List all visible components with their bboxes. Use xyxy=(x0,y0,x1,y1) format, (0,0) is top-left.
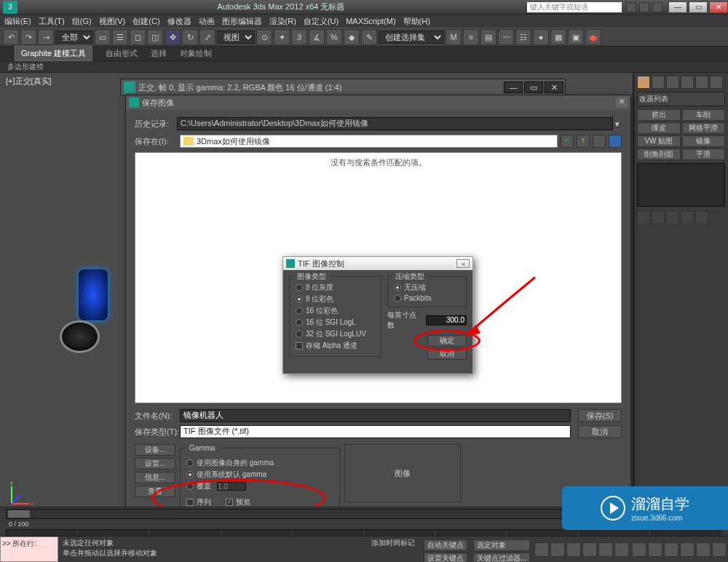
views-icon[interactable] xyxy=(609,135,622,148)
pivot-icon[interactable]: ⊙ xyxy=(256,29,272,45)
render-icon[interactable]: 🫖 xyxy=(585,29,601,45)
render-frame-icon[interactable]: ▣ xyxy=(568,29,584,45)
tif-dialog-titlebar[interactable]: TIF 图像控制 ⨉ xyxy=(283,257,472,270)
pan-icon[interactable] xyxy=(632,542,646,557)
ribbon-sub[interactable]: 多边形建模 xyxy=(0,61,728,73)
modifier-stack[interactable] xyxy=(637,163,725,207)
btn-mirror[interactable]: 镜像 xyxy=(682,135,726,147)
type-sgilogluv-radio[interactable] xyxy=(296,331,303,338)
render-max-button[interactable]: ▭ xyxy=(524,82,543,93)
key-filter-button[interactable]: 关键点过滤器... xyxy=(473,553,530,562)
tab-create-icon[interactable] xyxy=(637,76,650,89)
maximize-viewport-icon[interactable] xyxy=(712,542,727,557)
type-16color-radio[interactable] xyxy=(296,307,303,314)
filename-input[interactable]: 镜像机器人 xyxy=(180,409,571,422)
link-icon[interactable]: ⇢ xyxy=(38,29,54,45)
star-icon[interactable] xyxy=(639,2,649,12)
menu-animation[interactable]: 动画 xyxy=(199,16,215,27)
play-icon[interactable] xyxy=(566,542,581,557)
stack-remove-icon[interactable] xyxy=(681,211,694,224)
zoom-icon[interactable] xyxy=(648,542,662,557)
select-name-icon[interactable]: ☰ xyxy=(112,29,128,45)
stack-unique-icon[interactable] xyxy=(666,211,679,224)
menu-modifiers[interactable]: 修改器 xyxy=(167,16,191,27)
btn-bevel[interactable]: 削角剖面 xyxy=(637,149,681,160)
snap-icon[interactable]: 3 xyxy=(291,29,307,45)
close-button[interactable]: ✕ xyxy=(709,1,728,13)
ribbon-freeform[interactable]: 自由形式 xyxy=(106,48,138,59)
auto-key-button[interactable]: 自动关键点 xyxy=(424,539,467,551)
menu-group[interactable]: 组(G) xyxy=(72,16,92,27)
percent-snap-icon[interactable]: % xyxy=(326,29,342,45)
menu-render[interactable]: 渲染(R) xyxy=(269,16,296,27)
render-min-button[interactable]: — xyxy=(504,82,523,93)
back-icon[interactable]: ← xyxy=(561,135,574,148)
mirror-icon[interactable]: M xyxy=(446,29,462,45)
btn-lathe[interactable]: 车削 xyxy=(682,109,726,121)
menu-help[interactable]: 帮助(H) xyxy=(403,16,430,27)
alpha-checkbox[interactable] xyxy=(296,342,303,349)
save-dialog-titlebar[interactable]: 保存图像 ✕ xyxy=(126,95,630,110)
history-field[interactable]: C:\Users\Administrator\Desktop\3Dmax如何使用… xyxy=(177,117,613,130)
fov-icon[interactable] xyxy=(680,542,695,557)
btn-meshsmooth[interactable]: 网格平滑 xyxy=(682,122,726,134)
rendered-frame-window[interactable]: 正交, 帧 0, 显示 gamma: 2.2, RGBA 颜色 16 位/通道 … xyxy=(120,79,566,96)
time-slider-thumb[interactable] xyxy=(8,510,30,518)
goto-start-icon[interactable] xyxy=(534,542,549,557)
cancel-button[interactable]: 取消 xyxy=(578,425,622,438)
type-8gray-radio[interactable] xyxy=(296,284,303,291)
menu-create[interactable]: 创建(C) xyxy=(132,16,159,27)
ribbon-select[interactable]: 选择 xyxy=(151,48,167,59)
dpi-input[interactable]: 300.0 xyxy=(426,315,467,325)
goto-end-icon[interactable] xyxy=(598,542,613,557)
move-icon[interactable]: ✥ xyxy=(165,29,181,45)
view-button[interactable]: 查看 xyxy=(135,486,175,497)
undo-icon[interactable]: ↶ xyxy=(3,29,19,45)
save-dialog-close-button[interactable]: ✕ xyxy=(616,98,628,108)
tif-ok-button[interactable]: 确定 xyxy=(427,335,467,347)
info-icon[interactable] xyxy=(652,2,662,12)
stack-config-icon[interactable] xyxy=(695,211,708,224)
settings-button[interactable]: 设置... xyxy=(135,458,175,470)
modifier-list[interactable]: 改器列表 xyxy=(637,92,725,106)
filetype-select[interactable]: TIF 图像文件 (*.tif) xyxy=(180,425,571,438)
window-crossing-icon[interactable]: ◫ xyxy=(147,29,163,45)
ribbon-tab-graphite[interactable]: Graphite 建模工具 xyxy=(15,46,92,61)
search-input[interactable]: 键入关键字或短语 xyxy=(527,2,622,12)
selected-button[interactable]: 选定对象 xyxy=(473,539,530,551)
zoom-extents-icon[interactable] xyxy=(664,542,678,557)
rect-select-icon[interactable]: ◻ xyxy=(130,29,146,45)
minimize-button[interactable]: — xyxy=(668,1,687,13)
gamma-radio-system[interactable] xyxy=(186,471,194,478)
tab-display-icon[interactable] xyxy=(695,76,708,89)
save-button[interactable]: 保存(S) xyxy=(578,409,622,422)
tab-motion-icon[interactable] xyxy=(681,76,694,89)
newfolder-icon[interactable] xyxy=(593,135,606,148)
spinner-snap-icon[interactable]: ◆ xyxy=(344,29,360,45)
curve-editor-icon[interactable]: 〰 xyxy=(498,29,514,45)
gamma-override-value[interactable] xyxy=(217,482,246,491)
set-key-button[interactable]: 设置关键点 xyxy=(424,553,467,562)
type-8color-radio[interactable] xyxy=(296,296,303,303)
tif-close-button[interactable]: ⨉ xyxy=(456,259,470,268)
orbit-icon[interactable] xyxy=(696,542,711,557)
info-button[interactable]: 信息... xyxy=(135,472,175,483)
menu-edit[interactable]: 编辑(E) xyxy=(4,16,31,27)
tab-utilities-icon[interactable] xyxy=(710,76,723,89)
up-icon[interactable]: ↑ xyxy=(577,135,590,148)
filter-select[interactable]: 全部 xyxy=(55,31,93,44)
add-time-tag[interactable]: 添加时间标记 xyxy=(371,539,415,547)
type-sgilogl-radio[interactable] xyxy=(296,319,303,326)
preview-checkbox[interactable] xyxy=(226,499,233,506)
menu-view[interactable]: 视图(V) xyxy=(99,16,126,27)
menu-maxscript[interactable]: MAXScript(M) xyxy=(346,17,395,25)
rotate-icon[interactable]: ↻ xyxy=(182,29,198,45)
gamma-radio-own[interactable] xyxy=(186,459,194,467)
menu-tools[interactable]: 工具(T) xyxy=(39,16,65,27)
btn-skin[interactable]: 缓皮 xyxy=(637,122,681,134)
btn-extrude[interactable]: 挤出 xyxy=(637,109,681,121)
folder-field[interactable]: 3Dmax如何使用镜像 xyxy=(180,135,558,148)
menu-grapheditors[interactable]: 图形编辑器 xyxy=(222,16,262,27)
tab-modify-icon[interactable] xyxy=(652,76,665,89)
coord-select[interactable]: 视图 xyxy=(217,31,255,44)
